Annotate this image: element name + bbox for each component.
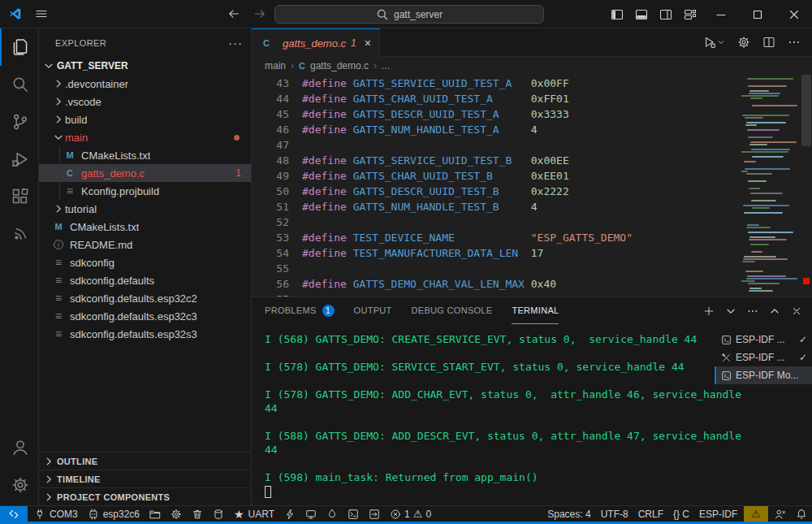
tree-item-sdkconfig-defaults-esp32s3[interactable]: ≡sdkconfig.defaults.esp32s3 <box>39 325 251 343</box>
activity-item-explorer[interactable] <box>0 28 38 66</box>
nav-back-button[interactable] <box>227 7 240 20</box>
terminal-output[interactable]: I (568) GATTS_DEMO: CREATE_SERVICE_EVT, … <box>252 324 715 505</box>
section-outline[interactable]: OUTLINE <box>39 452 251 470</box>
terminal-line <box>265 374 715 388</box>
tree-item-main[interactable]: main <box>39 128 251 146</box>
panel-more-actions-icon[interactable] <box>747 305 758 317</box>
run-dropdown-icon[interactable] <box>717 38 725 46</box>
status-eol[interactable]: CRLF <box>633 506 668 522</box>
tab-close-icon[interactable]: × <box>365 37 371 49</box>
activity-item-espressif[interactable] <box>0 215 38 253</box>
maximize-panel-icon[interactable] <box>769 305 780 317</box>
window-minimize-button[interactable] <box>702 0 739 28</box>
indent-guide <box>59 146 60 164</box>
status-remote[interactable] <box>0 506 28 522</box>
tree-item--vscode[interactable]: .vscode <box>39 93 251 110</box>
terminal-dropdown-icon[interactable] <box>725 305 736 317</box>
tree-item-cmakelists-txt[interactable]: MCMakeLists.txt <box>39 218 251 236</box>
status-problems[interactable]: 1⚠0 <box>385 506 436 522</box>
status-device-target[interactable]: esp32c6 <box>83 506 145 522</box>
toggle-panel-button[interactable] <box>629 0 654 28</box>
code-text: #define GATTS_DESCR_UUID_TEST_A 0x3333 <box>302 106 569 122</box>
editor-more-actions-icon[interactable] <box>788 36 801 49</box>
minimap[interactable] <box>741 78 800 297</box>
status-idf-terminal[interactable] <box>343 506 364 522</box>
tree-item-sdkconfig-defaults[interactable]: ≡sdkconfig.defaults <box>39 271 251 289</box>
activity-item-settings[interactable] <box>0 466 38 504</box>
status-language[interactable]: {} C <box>668 506 694 522</box>
tree-root-gatt-server[interactable]: GATT_SERVER <box>39 57 251 75</box>
split-editor-icon[interactable] <box>762 36 775 49</box>
code-text: #define TEST_DEVICE_NAME "ESP_GATTS_DEMO… <box>302 230 633 245</box>
section-project-components[interactable]: PROJECT COMPONENTS <box>39 487 251 505</box>
config-file-icon: ≡ <box>52 327 65 340</box>
status-build-flash-monitor[interactable] <box>322 506 343 522</box>
status-esp-idf[interactable]: ESP-IDF <box>694 506 742 522</box>
status-indentation[interactable]: Spaces: 4 <box>542 506 595 522</box>
tree-item-cmakelists-txt[interactable]: MCMakeLists.txt <box>39 146 251 164</box>
activity-item-extensions[interactable] <box>0 178 38 215</box>
terminal-line: 44 <box>265 401 715 415</box>
status-flash[interactable] <box>279 506 300 522</box>
terminal-tab-item[interactable]: ESP-IDF Mo... <box>715 366 812 384</box>
status-uart[interactable]: ★UART <box>229 506 279 522</box>
breadcrumb-symbol[interactable]: ... <box>382 60 390 71</box>
command-center-search[interactable]: gatt_server <box>274 5 544 24</box>
editor-settings-icon[interactable] <box>737 36 750 49</box>
terminal-tab-item[interactable]: ESP-IDF ...✓ <box>715 349 812 366</box>
breadcrumb-file[interactable]: gatts_demo.c <box>310 60 369 71</box>
panel-tab-problems[interactable]: PROBLEMS1 <box>265 297 335 324</box>
tree-item-kconfig-projbuild[interactable]: ≡Kconfig.projbuild <box>39 182 251 200</box>
terminal-box-icon <box>348 509 359 520</box>
tree-item-sdkconfig-defaults-esp32c2[interactable]: ≡sdkconfig.defaults.esp32c2 <box>39 289 251 307</box>
code-editor[interactable]: 43#define GATTS_SERVICE_UUID_TEST_A 0x00… <box>252 75 812 297</box>
terminal-line <box>265 484 715 498</box>
toggle-secondary-sidebar-button[interactable] <box>654 0 678 28</box>
status-launch[interactable] <box>364 506 385 522</box>
activity-item-search[interactable] <box>0 66 38 103</box>
status-monitor[interactable] <box>300 506 322 522</box>
files-icon <box>11 38 29 56</box>
status-warning-badge[interactable]: ⚠ <box>744 506 768 522</box>
run-device-button[interactable] <box>703 36 716 49</box>
status-full-clean[interactable] <box>187 506 208 522</box>
editor-scrollbar[interactable] <box>801 75 812 297</box>
tree-item--devcontainer[interactable]: .devcontainer <box>39 75 251 93</box>
status-encoding[interactable]: UTF-8 <box>596 506 633 522</box>
scrollbar-thumb[interactable] <box>801 75 811 146</box>
status-notifications[interactable] <box>791 506 812 522</box>
panel-tab-debug-console[interactable]: DEBUG CONSOLE <box>412 297 493 324</box>
vscode-logo-icon <box>9 7 22 20</box>
tree-item-build[interactable]: build <box>39 110 251 128</box>
new-terminal-button[interactable] <box>703 305 715 317</box>
panel-tab-output[interactable]: OUTPUT <box>354 297 392 324</box>
toggle-sidebar-button[interactable] <box>605 0 629 28</box>
status-erase-flash[interactable] <box>208 506 229 522</box>
tree-item-sdkconfig[interactable]: ≡sdkconfig <box>39 253 251 271</box>
chevron-right-icon <box>52 203 65 214</box>
activity-item-source-control[interactable] <box>0 103 38 141</box>
section-timeline[interactable]: TIMELINE <box>39 470 251 487</box>
customize-layout-button[interactable] <box>678 0 702 28</box>
menu-icon[interactable] <box>35 7 48 20</box>
explorer-more-actions[interactable]: ··· <box>228 36 243 50</box>
status-feedback[interactable] <box>770 506 791 522</box>
close-panel-icon[interactable] <box>791 305 802 317</box>
status-flash-method[interactable] <box>145 506 166 522</box>
panel-tab-terminal[interactable]: TERMINAL <box>512 297 559 324</box>
tree-item-sdkconfig-defaults-esp32c3[interactable]: ≡sdkconfig.defaults.esp32c3 <box>39 307 251 325</box>
tree-item-readme-md[interactable]: iREADME.md <box>39 236 251 253</box>
status-serial-port[interactable]: COM3 <box>29 506 83 522</box>
tree-item-gatts-demo-c[interactable]: Cgatts_demo.c1 <box>39 164 251 182</box>
terminal-tab-item[interactable]: ESP-IDF ...✓ <box>715 331 812 349</box>
tree-item-tutorial[interactable]: tutorial <box>39 200 251 218</box>
nav-forward-button[interactable] <box>253 7 266 20</box>
tab-gatts-demo[interactable]: C gatts_demo.c 1 × <box>252 28 380 57</box>
breadcrumb-folder[interactable]: main <box>265 60 286 71</box>
code-line-46: 46#define GATTS_NUM_HANDLE_TEST_A 4 <box>252 122 739 137</box>
activity-item-run-debug[interactable] <box>0 141 38 178</box>
window-maximize-button[interactable] <box>739 0 775 28</box>
status-sdk-config[interactable] <box>166 506 187 522</box>
activity-item-account[interactable] <box>0 429 38 466</box>
window-close-button[interactable] <box>775 0 812 28</box>
